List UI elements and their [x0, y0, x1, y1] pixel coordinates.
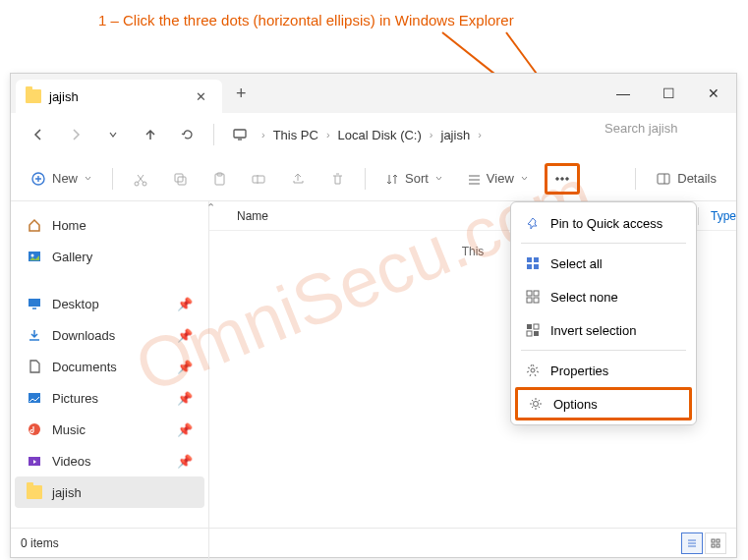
column-name[interactable]: Name	[209, 209, 465, 223]
pictures-icon	[27, 390, 42, 406]
up-button[interactable]	[135, 119, 166, 150]
toolbar: New Sort View Details	[11, 156, 736, 201]
sidebar-item-pictures[interactable]: Pictures📌	[15, 382, 204, 414]
svg-rect-35	[534, 331, 539, 336]
chevron-down-icon	[84, 174, 92, 183]
menu-select-none[interactable]: Select none	[515, 280, 692, 313]
separator	[635, 168, 636, 190]
chevron-right-icon: ›	[478, 129, 482, 140]
sidebar-item-downloads[interactable]: Downloads📌	[15, 319, 204, 351]
column-resize-handle[interactable]: ⌃	[205, 201, 215, 214]
window-tab[interactable]: jajish ✕	[16, 80, 222, 113]
delete-button[interactable]	[321, 163, 353, 195]
cut-icon	[133, 171, 148, 187]
body-area: Home Gallery Desktop📌 Downloads📌 Documen…	[11, 201, 736, 560]
icons-view-toggle[interactable]	[705, 532, 726, 554]
svg-rect-10	[178, 177, 186, 185]
svg-rect-5	[234, 130, 246, 138]
videos-icon	[27, 453, 42, 469]
folder-icon	[27, 484, 42, 500]
svg-point-22	[29, 423, 40, 435]
menu-select-all[interactable]: Select all	[515, 247, 692, 280]
new-tab-button[interactable]: +	[222, 84, 260, 104]
details-pane-button[interactable]: Details	[648, 163, 724, 195]
sort-label: Sort	[405, 171, 429, 186]
maximize-button[interactable]: ☐	[646, 74, 691, 113]
view-icon	[467, 172, 481, 186]
new-button[interactable]: New	[23, 163, 100, 195]
pin-icon: 📌	[177, 454, 193, 469]
crumb-disk-c[interactable]: Local Disk (C:)	[334, 124, 426, 146]
sidebar-item-home[interactable]: Home	[15, 209, 204, 241]
rename-icon	[251, 171, 266, 187]
refresh-button[interactable]	[172, 119, 203, 150]
details-view-toggle[interactable]	[681, 532, 703, 554]
sidebar-item-videos[interactable]: Videos📌	[15, 445, 204, 476]
ellipsis-icon	[553, 172, 571, 186]
share-button[interactable]	[282, 163, 314, 195]
desktop-icon	[27, 296, 42, 311]
chevron-right-icon: ›	[261, 129, 265, 140]
svg-point-15	[561, 177, 564, 180]
statusbar: 0 items	[11, 528, 736, 557]
rename-button[interactable]	[243, 163, 274, 195]
sidebar-item-desktop[interactable]: Desktop📌	[15, 288, 204, 319]
pin-icon: 📌	[177, 297, 193, 311]
explorer-window: jajish ✕ + — ☐ ✕ › This PC › Local Disk …	[10, 73, 737, 558]
svg-rect-33	[534, 324, 539, 329]
select-none-icon	[525, 289, 541, 305]
svg-rect-24	[527, 257, 532, 262]
gear-icon	[528, 396, 544, 412]
menu-invert-selection[interactable]: Invert selection	[515, 313, 692, 347]
back-button[interactable]	[23, 119, 54, 150]
svg-rect-9	[175, 174, 183, 182]
menu-options[interactable]: Options	[515, 387, 692, 420]
search-input[interactable]: Search jajish	[597, 121, 724, 148]
chevron-right-icon: ›	[326, 129, 330, 140]
svg-rect-31	[534, 298, 539, 303]
crumb-this-pc[interactable]: This PC	[269, 124, 322, 146]
crumb-jajish[interactable]: jajish	[437, 124, 475, 146]
minimize-button[interactable]: —	[601, 74, 646, 113]
close-button[interactable]: ✕	[691, 74, 736, 113]
copy-button[interactable]	[164, 163, 196, 195]
select-all-icon	[525, 255, 541, 271]
invert-icon	[525, 322, 541, 338]
chevron-right-icon: ›	[430, 129, 433, 140]
sidebar-item-gallery[interactable]: Gallery	[15, 241, 204, 272]
chevron-down-icon	[434, 174, 443, 183]
column-type[interactable]: Type	[699, 209, 736, 223]
view-button[interactable]: View	[459, 163, 537, 195]
svg-rect-17	[658, 174, 669, 184]
plus-circle-icon	[30, 171, 46, 187]
menu-properties[interactable]: Properties	[515, 354, 692, 387]
close-tab-button[interactable]: ✕	[190, 87, 212, 106]
sidebar-item-jajish[interactable]: jajish	[15, 476, 204, 508]
paste-icon	[211, 171, 227, 187]
this-pc-icon[interactable]	[224, 119, 256, 150]
more-button[interactable]	[545, 163, 580, 195]
gallery-icon	[27, 249, 42, 264]
svg-rect-39	[717, 539, 719, 542]
sidebar-item-music[interactable]: Music📌	[15, 414, 204, 445]
cut-button[interactable]	[125, 163, 156, 195]
sort-button[interactable]: Sort	[377, 163, 451, 195]
svg-point-19	[31, 254, 34, 257]
menu-pin-quick-access[interactable]: Pin to Quick access	[515, 206, 692, 240]
more-dropdown-menu: Pin to Quick access Select all Select no…	[510, 201, 697, 425]
forward-button[interactable]	[60, 119, 91, 150]
details-label: Details	[677, 171, 717, 186]
sort-icon	[385, 172, 399, 186]
share-icon	[290, 171, 306, 187]
paste-button[interactable]	[203, 163, 235, 195]
navigation-bar: › This PC › Local Disk (C:) › jajish › S…	[11, 113, 736, 156]
svg-rect-13	[253, 176, 264, 183]
svg-rect-26	[527, 264, 532, 269]
sidebar-item-documents[interactable]: Documents📌	[15, 351, 204, 382]
pin-icon: 📌	[177, 328, 193, 343]
documents-icon	[27, 359, 42, 374]
recent-dropdown-button[interactable]	[97, 119, 129, 150]
svg-rect-41	[717, 544, 719, 547]
copy-icon	[172, 171, 188, 187]
svg-point-16	[566, 177, 569, 180]
